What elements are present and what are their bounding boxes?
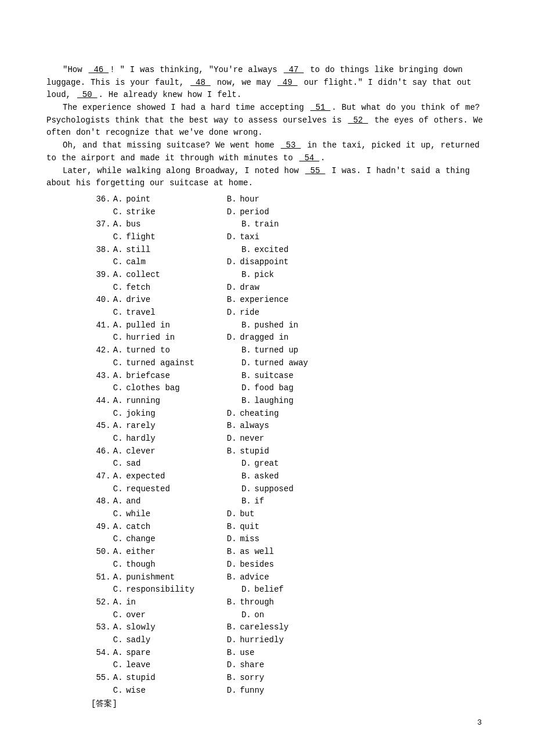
option-letter-a: A.: [111, 647, 127, 660]
option-b: experience: [240, 294, 293, 307]
option-letter-a: A.: [111, 521, 127, 534]
option-a: turned to: [126, 344, 174, 357]
option-letter-b: B.: [225, 647, 240, 660]
option-letter-a: A.: [111, 445, 127, 458]
question-row: 42.A.turned toB.turned up: [91, 344, 488, 357]
question-row: 40.A.driveB.experience: [91, 294, 488, 307]
option-letter-b: B.: [239, 218, 255, 231]
option-a: stupid: [126, 672, 159, 685]
page-number: 3: [477, 718, 482, 727]
question-row-cd: C.sadlyD.hurriedly: [91, 634, 488, 647]
option-letter-d: D.: [225, 206, 240, 219]
question-row-cd: C.flightD.taxi: [91, 231, 488, 244]
option-d: share: [240, 659, 268, 672]
option-a: running: [126, 395, 164, 408]
option-letter-b: B.: [239, 244, 255, 257]
option-d: period: [240, 206, 273, 219]
option-c: turned against: [126, 357, 199, 370]
question-number: 41.: [91, 319, 111, 332]
option-d: funny: [240, 685, 268, 697]
option-b: sorry: [240, 672, 268, 685]
option-d: great: [254, 458, 283, 470]
option-letter-d: D.: [225, 559, 240, 571]
question-row-cd: C.clothes bagD.food bag: [91, 382, 488, 395]
option-letter-c: C.: [111, 609, 127, 622]
option-letter-d: D.: [225, 685, 240, 697]
answer-label: [答案]: [91, 698, 488, 711]
option-a: catch: [126, 521, 154, 534]
option-letter-d: D.: [239, 609, 255, 622]
option-a: still: [126, 244, 154, 257]
option-b: if: [254, 495, 268, 508]
blank-51: 51: [309, 103, 332, 112]
question-number: 36.: [91, 193, 111, 206]
option-letter-b: B.: [225, 571, 240, 584]
option-d: but: [240, 508, 258, 521]
option-b: turned up: [254, 344, 302, 357]
paragraph-2: The experience showed I had a hard time …: [46, 102, 488, 139]
option-c: joking: [126, 408, 159, 420]
option-a: bus: [126, 218, 145, 231]
option-letter-a: A.: [111, 420, 127, 433]
option-d: turned away: [254, 357, 312, 370]
option-letter-d: D.: [225, 634, 240, 647]
question-row: 39.A.collectB.pick: [91, 269, 488, 282]
question-row-cd: C.sadD.great: [91, 458, 488, 470]
option-letter-b: B.: [225, 193, 240, 206]
option-b: through: [240, 596, 278, 609]
option-b: suitcase: [254, 370, 297, 383]
question-number: 39.: [91, 269, 111, 282]
question-row-cd: C.turned againstD.turned away: [91, 357, 488, 370]
question-number: 46.: [91, 445, 111, 458]
option-c: calm: [126, 256, 150, 269]
option-b: as well: [240, 546, 278, 559]
option-letter-c: C.: [111, 357, 127, 370]
option-a: either: [126, 546, 159, 559]
option-d: besides: [240, 559, 278, 571]
option-a: slowly: [126, 621, 159, 634]
question-row: 43.A.briefcaseB.suitcase: [91, 370, 488, 383]
paragraph-1: "How 46 ! " I was thinking, "You're alwa…: [46, 64, 488, 102]
option-b: carelessly: [240, 621, 293, 634]
option-c: while: [126, 508, 154, 521]
option-letter-c: C.: [111, 685, 127, 697]
option-letter-c: C.: [111, 559, 127, 571]
question-row-cd: C.overD.on: [91, 609, 488, 622]
blank-54: 54: [298, 153, 320, 163]
option-b: pick: [254, 269, 278, 282]
option-b: stupid: [240, 445, 273, 458]
option-b: pushed in: [254, 319, 302, 332]
option-c: sad: [126, 458, 145, 470]
question-row: 37.A.busB.train: [91, 218, 488, 231]
option-letter-a: A.: [111, 571, 127, 584]
option-d: taxi: [240, 231, 264, 244]
option-letter-b: B.: [225, 672, 240, 685]
question-row-cd: C.hardlyD.never: [91, 433, 488, 445]
option-letter-b: B.: [239, 269, 255, 282]
option-b: train: [254, 218, 283, 231]
question-row: 55.A.stupidB.sorry: [91, 672, 488, 685]
option-letter-d: D.: [225, 231, 240, 244]
option-letter-d: D.: [239, 584, 255, 596]
option-letter-d: D.: [225, 508, 240, 521]
option-c: clothes bag: [126, 382, 183, 395]
question-row-cd: C.thoughD.besides: [91, 559, 488, 571]
option-d: on: [254, 609, 268, 622]
option-letter-b: B.: [225, 420, 240, 433]
option-c: over: [126, 609, 150, 622]
option-letter-d: D.: [239, 483, 255, 496]
question-number: 49.: [91, 521, 111, 534]
option-a: drive: [126, 294, 154, 307]
question-row: 38.A.stillB.excited: [91, 244, 488, 257]
question-row: 48.A.andB.if: [91, 495, 488, 508]
blank-47: 47: [283, 65, 305, 74]
option-letter-d: D.: [239, 382, 255, 395]
option-letter-a: A.: [111, 244, 127, 257]
option-c: flight: [126, 231, 159, 244]
option-letter-d: D.: [225, 659, 240, 672]
option-letter-a: A.: [111, 370, 127, 383]
option-d: hurriedly: [240, 634, 288, 647]
question-row: 51.A.punishmentB.advice: [91, 571, 488, 584]
option-letter-d: D.: [225, 282, 240, 294]
question-row: 49.A.catchB.quit: [91, 521, 488, 534]
